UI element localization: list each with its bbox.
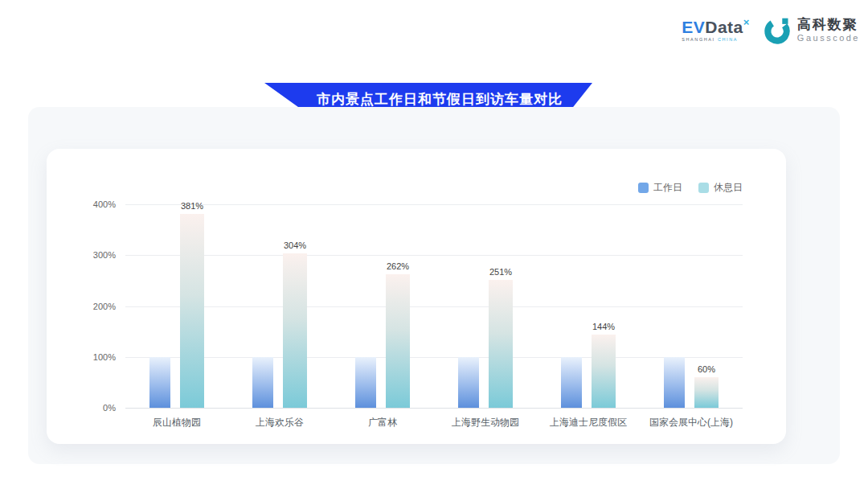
bar-workday-3[interactable] [458, 357, 479, 408]
gausscode-cn-label: 高科数聚 [797, 18, 860, 33]
bar-value-label: 381% [181, 201, 203, 211]
x-axis-category-label: 辰山植物园 [153, 416, 201, 429]
gridline [125, 255, 743, 256]
chart-legend: 工作日休息日 [638, 181, 743, 195]
chart-card: 工作日休息日 400%300%200%100%0%381%辰山植物园304%上海… [47, 149, 786, 444]
gridline [125, 408, 743, 409]
bar-value-label: 304% [284, 240, 306, 250]
header-logos: EVData× SHANGHAI CHINA 高科数聚 Gausscode [682, 16, 860, 45]
legend-item-休息日[interactable]: 休息日 [698, 181, 743, 195]
bar-restday-4[interactable] [592, 335, 616, 408]
evdata-wordmark: EVData× [682, 18, 750, 35]
legend-item-工作日[interactable]: 工作日 [638, 181, 682, 195]
gausscode-en-label: Gausscode [797, 33, 860, 43]
bar-restday-5[interactable] [694, 377, 719, 408]
y-axis-tick-label: 300% [93, 250, 116, 260]
evdata-x-icon: × [743, 16, 750, 28]
bar-workday-2[interactable] [355, 357, 376, 408]
legend-label: 工作日 [653, 181, 682, 195]
evdata-subtext: SHANGHAI CHINA [682, 38, 750, 43]
bar-value-label: 144% [592, 322, 615, 331]
section-title: 市内景点工作日和节假日到访车量对比 [317, 90, 563, 109]
gridline [125, 357, 743, 358]
bar-restday-2[interactable] [386, 274, 410, 408]
evdata-data-text: Data [705, 18, 743, 36]
bar-value-label: 251% [489, 267, 512, 277]
x-axis-category-label: 上海野生动物园 [452, 416, 519, 429]
bar-restday-3[interactable] [489, 280, 513, 408]
bar-restday-0[interactable] [180, 214, 204, 408]
evdata-logo: EVData× SHANGHAI CHINA [682, 18, 750, 43]
legend-swatch-icon [638, 183, 649, 193]
y-axis-tick-label: 200% [93, 302, 116, 311]
bar-workday-0[interactable] [149, 357, 170, 408]
gausscode-mark-icon [763, 16, 792, 45]
bar-workday-1[interactable] [252, 357, 273, 408]
x-axis-category-label: 广富林 [368, 416, 397, 429]
gridline [125, 204, 743, 205]
plot-area: 400%300%200%100%0%381%辰山植物园304%上海欢乐谷262%… [125, 204, 743, 408]
evdata-ev-text: EV [682, 18, 705, 36]
x-axis-category-label: 上海欢乐谷 [256, 416, 304, 429]
evdata-shanghai-text: SHANGHAI [682, 37, 715, 42]
bar-value-label: 60% [698, 364, 715, 374]
x-axis-category-label: 国家会展中心(上海) [649, 416, 733, 429]
legend-swatch-icon [698, 183, 709, 193]
bar-restday-1[interactable] [283, 253, 307, 408]
y-axis-tick-label: 0% [103, 403, 116, 413]
bar-workday-5[interactable] [664, 357, 685, 408]
gridline [125, 306, 743, 307]
bar-value-label: 262% [387, 261, 409, 271]
x-axis-category-label: 上海迪士尼度假区 [550, 416, 627, 429]
bar-workday-4[interactable] [561, 357, 582, 408]
y-axis-tick-label: 100% [93, 352, 116, 362]
evdata-china-text: CHINA [718, 37, 738, 42]
page: EVData× SHANGHAI CHINA 高科数聚 Gausscode 市内… [0, 0, 868, 489]
y-axis-tick-label: 400% [93, 199, 116, 209]
gausscode-logo: 高科数聚 Gausscode [763, 16, 860, 45]
gausscode-text: 高科数聚 Gausscode [797, 18, 860, 43]
legend-label: 休息日 [714, 181, 743, 195]
